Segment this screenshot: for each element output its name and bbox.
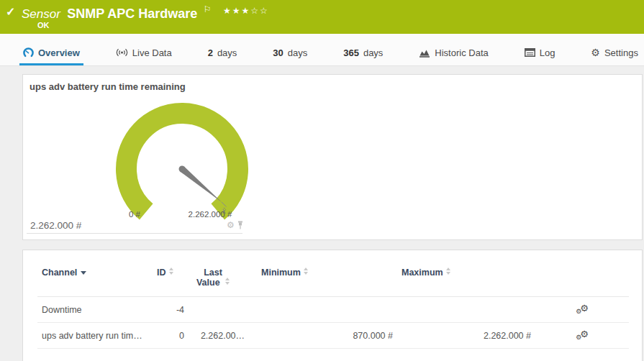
table-header-row: Channel ID Last Value Minimum Maximum: [37, 262, 629, 297]
sort-icon: [169, 268, 173, 275]
tab-number: 2: [208, 47, 213, 58]
maximum-cell: [397, 297, 535, 323]
minimum-cell: [257, 297, 397, 323]
tab-settings[interactable]: ⚙ Settings: [587, 42, 642, 65]
gauge-title: ups adv battery run time remaining: [30, 81, 186, 92]
sort-desc-icon: [81, 271, 86, 275]
column-label: Minimum: [261, 268, 301, 278]
check-icon: ✓: [6, 5, 15, 19]
tab-overview[interactable]: Overview: [19, 42, 83, 65]
channel-table-panel: Channel ID Last Value Minimum Maximum: [22, 250, 643, 361]
tab-live-data[interactable]: Live Data: [112, 42, 176, 65]
flag-icon[interactable]: ⚐: [204, 4, 212, 14]
column-header-last-value[interactable]: Last Value: [189, 262, 257, 297]
minimum-cell: 870.000 #: [257, 323, 397, 349]
tab-label: Live Data: [132, 47, 172, 58]
page-title: SNMP APC Hardware: [67, 6, 197, 21]
gear-icon[interactable]: ⚙: [227, 221, 235, 229]
gauge-max-label: 2.262.000 #: [167, 210, 253, 219]
channel-settings-icon[interactable]: ⚙⚙: [576, 306, 589, 316]
column-label: Maximum: [402, 268, 443, 278]
status-badge: OK: [37, 21, 50, 29]
pin-icon[interactable]: [237, 221, 244, 229]
tab-label: Overview: [38, 47, 80, 58]
channel-name-cell: Downtime: [37, 297, 153, 323]
historic-data-icon: [419, 48, 430, 58]
gauge-min-label: 0 #: [113, 210, 156, 219]
battery-runtime-gauge: x̄: [110, 97, 254, 225]
tab-label: days: [217, 47, 237, 58]
column-header-minimum[interactable]: Minimum: [257, 262, 397, 297]
divider: [27, 233, 242, 234]
maximum-cell: 2.262.000 #: [397, 323, 535, 349]
table-row: Downtime -4 ⚙⚙: [37, 297, 629, 323]
tab-label: days: [363, 47, 383, 58]
column-header-maximum[interactable]: Maximum: [397, 262, 535, 297]
tab-label: Settings: [604, 47, 638, 58]
sort-icon: [446, 268, 450, 275]
tab-label: Historic Data: [435, 47, 488, 58]
gauge-icon: [23, 47, 34, 58]
column-label: Channel: [42, 268, 77, 278]
tab-label: Log: [540, 47, 555, 58]
gauge-needle: [180, 167, 222, 203]
gear-icon: ⚙: [591, 47, 600, 58]
gauge-panel: ups adv battery run time remaining x̄ 0 …: [22, 74, 643, 240]
column-header-channel[interactable]: Channel: [37, 262, 153, 297]
sensor-kicker: Sensor: [22, 7, 60, 21]
tab-number: 30: [273, 47, 283, 58]
channel-id-cell: 0: [153, 323, 189, 349]
gauge-current-value: 2.262.000 #: [30, 220, 81, 231]
tab-historic-data[interactable]: Historic Data: [415, 42, 491, 65]
channel-settings-icon[interactable]: ⚙⚙: [576, 332, 589, 342]
tab-2-days[interactable]: 2 days: [204, 42, 241, 65]
gauge-toolbar: ⚙: [227, 221, 244, 229]
column-label: Last Value: [196, 268, 222, 288]
tab-365-days[interactable]: 365 days: [340, 42, 386, 65]
tab-30-days[interactable]: 30 days: [269, 42, 311, 65]
tab-label: days: [288, 47, 307, 58]
tab-bar: Overview Live Data 2 days 30 days: [0, 34, 644, 66]
live-data-icon: [116, 47, 128, 58]
priority-stars[interactable]: ★★★☆☆: [223, 6, 269, 16]
channel-id-cell: -4: [153, 297, 189, 323]
column-label: ID: [157, 268, 166, 278]
tab-log[interactable]: Log: [521, 42, 559, 65]
last-value-cell: 2.262.00…: [189, 323, 257, 349]
log-icon: [525, 48, 535, 57]
tab-number: 365: [343, 47, 359, 58]
sort-icon: [225, 278, 230, 285]
sensor-status-header: ✓ Sensor SNMP APC Hardware ⚐ ★★★☆☆ OK: [0, 0, 644, 34]
channel-name-cell: ups adv battery run tim…: [37, 323, 153, 349]
table-row: ups adv battery run tim… 0 2.262.00… 870…: [37, 323, 629, 349]
prtg-sensor-page: ✓ Sensor SNMP APC Hardware ⚐ ★★★☆☆ OK Ov…: [0, 0, 644, 361]
column-header-actions: [535, 262, 629, 297]
column-header-id[interactable]: ID: [153, 262, 189, 297]
sort-icon: [304, 268, 308, 275]
channel-table: Channel ID Last Value Minimum Maximum: [37, 262, 629, 349]
last-value-cell: [189, 297, 257, 323]
sensor-title-line: Sensor SNMP APC Hardware ⚐ ★★★☆☆: [22, 4, 269, 22]
